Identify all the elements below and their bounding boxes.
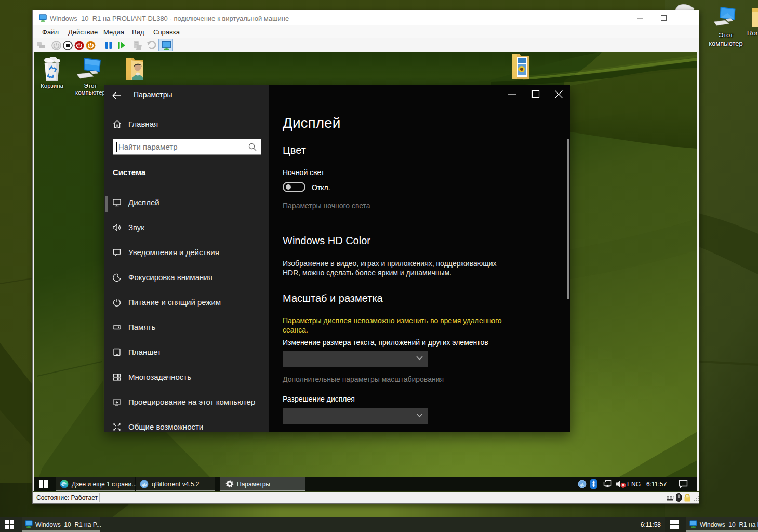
- svg-text:qb: qb: [142, 482, 147, 487]
- svg-text:qb: qb: [580, 482, 584, 487]
